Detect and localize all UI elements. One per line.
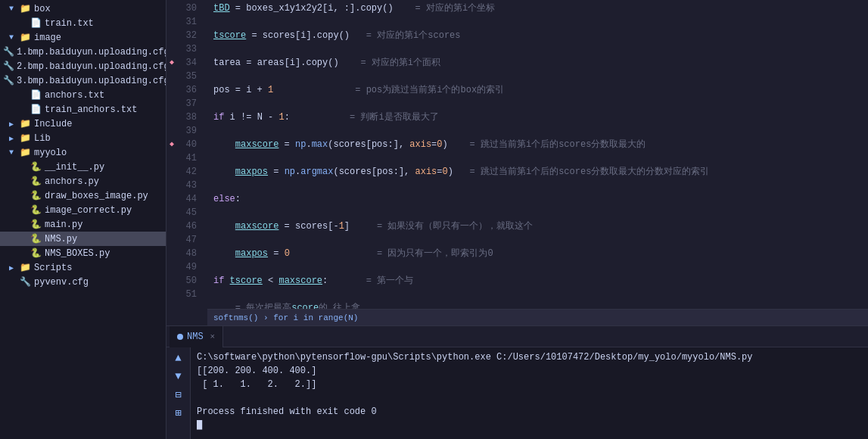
sidebar-item-3bmp[interactable]: 🔧 3.bmp.baiduyun.uploading.cfg bbox=[0, 73, 166, 88]
gutter-39 bbox=[166, 124, 177, 138]
collapse-button[interactable]: ⊟ bbox=[171, 387, 186, 402]
terminal-line-2: [[200. 200. 400. 400.] bbox=[197, 364, 862, 378]
gutter-48 bbox=[166, 247, 177, 260]
gutter-42 bbox=[166, 165, 177, 179]
file-tree: ▼ 📁 box 📄 train.txt ▼ 📁 image 🔧 1.bmp.ba… bbox=[0, 0, 166, 439]
file-icon: 📄 bbox=[30, 104, 42, 115]
sidebar-item-myyolo[interactable]: ▼ 📁 myyolo bbox=[0, 145, 166, 160]
code-line-39: maxpos = 0 = 因为只有一个，即索引为0 bbox=[207, 247, 868, 260]
sidebar-item-label: draw_boxes_image.py bbox=[45, 191, 163, 201]
code-content[interactable]: tBD = boxes_x1y1x2y2[i, :].copy() = 对应的第… bbox=[207, 0, 868, 325]
gutter: ◆ ◆ bbox=[166, 0, 177, 325]
terminal-area: NMS × ▲ ▼ ⊟ ⊞ C:\software\python\pytenso… bbox=[166, 325, 868, 439]
sidebar-item-label: 1.bmp.baiduyun.uploading.cfg bbox=[17, 47, 166, 58]
folder-icon: 📁 bbox=[20, 132, 32, 144]
file-icon: 🔧 bbox=[3, 46, 14, 58]
sidebar-item-image-correct[interactable]: 🐍 image_correct.py bbox=[0, 203, 166, 217]
tab-close-icon[interactable]: × bbox=[210, 332, 216, 341]
sidebar-item-nms-boxes[interactable]: 🐍 NMS_BOXES.py bbox=[0, 246, 166, 260]
terminal-line-3: [ 1. 1. 2. 2.]] bbox=[197, 378, 862, 391]
sidebar-item-label: anchors.txt bbox=[45, 90, 163, 101]
sidebar-item-label: Include bbox=[34, 119, 163, 129]
sidebar-item-label: NMS_BOXES.py bbox=[45, 248, 163, 259]
code-view: ◆ ◆ 30 31 bbox=[166, 0, 868, 325]
sidebar-item-include[interactable]: ▶ 📁 Include bbox=[0, 117, 166, 131]
sidebar-item-anchors-py[interactable]: 🐍 anchors.py bbox=[0, 174, 166, 188]
sidebar-item-label: pyvenv.cfg bbox=[34, 277, 163, 288]
arrow-icon: ▶ bbox=[9, 134, 20, 143]
code-line-30: tBD = boxes_x1y1x2y2[i, :].copy() = 对应的第… bbox=[207, 2, 868, 15]
gutter-35 bbox=[166, 70, 177, 83]
sidebar-item-init-py[interactable]: 🐍 __init__.py bbox=[0, 160, 166, 174]
sidebar-item-label: box bbox=[34, 4, 163, 14]
sidebar-item-label: anchors.py bbox=[45, 176, 163, 187]
gutter-38 bbox=[166, 111, 177, 124]
line-numbers: 30 31 32 33 34 35 36 37 38 39 40 41 42 4… bbox=[177, 0, 207, 325]
sidebar-item-2bmp[interactable]: 🔧 2.bmp.baiduyun.uploading.cfg bbox=[0, 59, 166, 73]
code-line-31: tscore = scores[i].copy() = 对应的第i个scores bbox=[207, 29, 868, 42]
gutter-44 bbox=[166, 192, 177, 206]
file-icon: 🐍 bbox=[30, 248, 42, 259]
gutter-51 bbox=[166, 288, 177, 301]
main-area: ▼ 📁 box 📄 train.txt ▼ 📁 image 🔧 1.bmp.ba… bbox=[0, 0, 868, 439]
gutter-31 bbox=[166, 15, 177, 29]
file-icon: 🔧 bbox=[3, 75, 14, 86]
folder-icon: 📁 bbox=[20, 118, 32, 129]
sidebar-item-main-py[interactable]: 🐍 main.py bbox=[0, 217, 166, 232]
code-line-33: pos = i + 1 = pos为跳过当前第i个的box的索引 bbox=[207, 83, 868, 97]
sidebar-item-label: myyolo bbox=[34, 148, 163, 158]
arrow-icon: ▼ bbox=[9, 33, 20, 42]
sidebar-item-label: main.py bbox=[45, 220, 163, 230]
gutter-43 bbox=[166, 179, 177, 192]
terminal-content[interactable]: C:\software\python\pytensorflow-gpu\Scri… bbox=[191, 347, 868, 439]
editor-area: ◆ ◆ 30 31 bbox=[166, 0, 868, 439]
gutter-49 bbox=[166, 260, 177, 274]
sidebar-item-box[interactable]: ▼ 📁 box bbox=[0, 2, 166, 16]
gutter-40: ◆ bbox=[166, 138, 177, 151]
scroll-up-button[interactable]: ▲ bbox=[171, 350, 186, 366]
file-icon: 🐍 bbox=[30, 176, 42, 187]
code-line-37: else: bbox=[207, 192, 868, 206]
sidebar-item-nms-py[interactable]: 🐍 NMS.py bbox=[0, 232, 166, 246]
terminal-line-4 bbox=[197, 391, 862, 405]
sidebar-item-pyvenv[interactable]: 🔧 pyvenv.cfg bbox=[0, 275, 166, 289]
breadcrumb-bar: softnms() › for i in range(N) bbox=[207, 309, 868, 325]
code-line-35: maxscore = np.max(scores[pos:], axis=0) … bbox=[207, 138, 868, 151]
tab-dot-icon bbox=[177, 334, 183, 340]
code-line-40: if tscore < maxscore: = 第一个与 bbox=[207, 274, 868, 288]
sidebar-item-train-txt[interactable]: 📄 train.txt bbox=[0, 16, 166, 30]
sidebar-item-train-anchors[interactable]: 📄 train_anchors.txt bbox=[0, 102, 166, 117]
sidebar-item-label: image_correct.py bbox=[45, 205, 163, 216]
code-line-34: if i != N - 1: = 判断i是否取最大了 bbox=[207, 111, 868, 124]
sidebar-item-draw-boxes[interactable]: 🐍 draw_boxes_image.py bbox=[0, 188, 166, 203]
file-icon: 🐍 bbox=[30, 233, 42, 244]
sidebar-item-label: 3.bmp.baiduyun.uploading.cfg bbox=[17, 76, 166, 86]
sidebar-item-lib[interactable]: ▶ 📁 Lib bbox=[0, 131, 166, 145]
scroll-down-button[interactable]: ▼ bbox=[171, 369, 186, 384]
gutter-32 bbox=[166, 29, 177, 42]
file-icon: 🔧 bbox=[20, 276, 32, 288]
sidebar-item-label: __init__.py bbox=[45, 162, 163, 173]
sidebar-item-label: train.txt bbox=[45, 18, 163, 29]
breadcrumb-text: softnms() › for i in range(N) bbox=[213, 311, 358, 325]
sidebar-item-label: Lib bbox=[34, 133, 163, 144]
sidebar-item-image[interactable]: ▼ 📁 image bbox=[0, 30, 166, 45]
file-icon: 📄 bbox=[30, 17, 42, 29]
sidebar-item-scripts[interactable]: ▶ 📁 Scripts bbox=[0, 260, 166, 275]
terminal-sidebar: ▲ ▼ ⊟ ⊞ bbox=[166, 347, 191, 439]
sidebar-item-anchors-txt[interactable]: 📄 anchors.txt bbox=[0, 88, 166, 102]
terminal-line-1: C:\software\python\pytensorflow-gpu\Scri… bbox=[197, 350, 862, 364]
sidebar-item-1bmp[interactable]: 🔧 1.bmp.baiduyun.uploading.cfg bbox=[0, 45, 166, 59]
code-line-36: maxpos = np.argmax(scores[pos:], axis=0)… bbox=[207, 165, 868, 179]
terminal-tab-nms[interactable]: NMS × bbox=[170, 326, 223, 347]
arrow-icon: ▼ bbox=[9, 148, 20, 157]
file-icon: 🐍 bbox=[30, 161, 42, 173]
expand-button[interactable]: ⊞ bbox=[171, 405, 186, 420]
arrow-icon: ▼ bbox=[9, 5, 20, 13]
folder-open-icon: 📁 bbox=[20, 3, 32, 14]
sidebar-item-label: image bbox=[34, 33, 163, 43]
folder-open-icon: 📁 bbox=[20, 147, 32, 158]
file-icon: 📄 bbox=[30, 89, 42, 101]
code-line-32: tarea = areas[i].copy() = 对应的第i个面积 bbox=[207, 56, 868, 70]
file-icon: 🐍 bbox=[30, 204, 42, 216]
